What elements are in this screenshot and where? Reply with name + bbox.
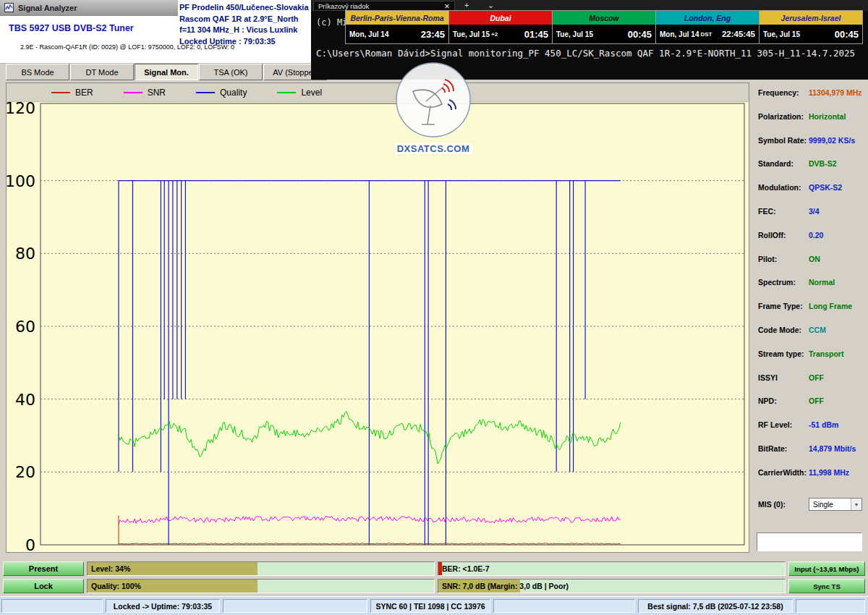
mis-value: Single (813, 501, 833, 509)
param-label: Modulation: (758, 183, 809, 207)
param-label: Frame Type: (758, 302, 809, 326)
param-row-code-mode: Code Mode:CCM (752, 326, 867, 349)
footer-sync-counters: SYNC 60 | TEI 1098 | CC 13976 (370, 599, 490, 613)
clock-date: Mon, Jul 14 (660, 30, 699, 38)
close-icon[interactable]: ✕ (444, 2, 450, 10)
footer-empty-cell (1, 599, 103, 613)
param-row-symbol-rate: Symbol Rate:9999,02 KS/s (752, 136, 867, 160)
param-label: ISSYI (758, 373, 809, 397)
clock-berlin-paris-vienna-roma: Berlin-Paris-Vienna-RomaMon, Jul 1423:45 (345, 10, 449, 44)
mis-select[interactable]: Single ▼ (809, 498, 862, 511)
clock-london-eng: London, EngMon, Jul 14DST22:45:45 (655, 10, 760, 44)
signal-chart-panel: BERSNRQualityLevel 020406080100120 (6, 82, 749, 553)
clock-time: 01:45 (524, 29, 548, 40)
clock-body: Tue, Jul 1500:45 (553, 25, 655, 43)
clock-dubai: DubaiTue, Jul 15+201:45 (448, 10, 553, 44)
svg-text:100: 100 (7, 172, 35, 190)
param-value: Long Frame (809, 302, 852, 326)
ber-progressbar: BER: <1.0E-7 (438, 561, 786, 576)
tab-tsa-ok[interactable]: TSA (OK) (199, 64, 263, 80)
footer-empty-cell (223, 599, 367, 613)
param-label: Polarization: (758, 112, 809, 136)
legend-label: SNR (148, 88, 166, 98)
param-row-bitrate: BitRate:14,879 Mbit/s (752, 444, 867, 468)
param-label: RF Level: (758, 420, 809, 444)
param-label: Symbol Rate: (758, 136, 809, 160)
param-label: Standard: (758, 159, 809, 183)
param-value: Horizontal (809, 112, 846, 136)
param-row-standard: Standard:DVB-S2 (752, 159, 867, 183)
signal-analyzer-window: Signal Analyzer TBS 5927 USB DVB-S2 Tune… (0, 0, 868, 615)
parameter-panel: Frequency:11304,979 MHzPolarization:Hori… (752, 82, 867, 553)
param-row-modulation: Modulation:QPSK-S2 (752, 183, 867, 207)
console-tab[interactable]: Príkazový riadok ✕ (313, 1, 455, 11)
legend-swatch (124, 92, 142, 93)
param-label: BitRate: (758, 444, 809, 468)
param-label: FEC: (758, 207, 809, 231)
param-row-rf-level: RF Level:-51 dBm (752, 420, 867, 444)
svg-text:0: 0 (25, 536, 35, 552)
clock-city: Dubai (449, 11, 552, 25)
sync-ts-indicator: Sync TS (788, 579, 865, 593)
param-value: Transport (809, 349, 843, 373)
param-value: -51 dBm (809, 420, 838, 444)
param-value: Normal (809, 278, 835, 302)
param-value: 3/4 (809, 207, 820, 231)
parameter-rows: Frequency:11304,979 MHzPolarization:Hori… (752, 88, 867, 492)
app-titlebar: Signal Analyzer (0, 0, 178, 16)
chevron-down-icon[interactable]: ⌄ (488, 0, 494, 11)
param-row-fec: FEC:3/4 (752, 207, 867, 231)
legend-item-snr: SNR (124, 88, 166, 98)
tab-signal-mon[interactable]: Signal Mon. (135, 64, 198, 80)
param-value: OFF (809, 373, 824, 397)
param-label: RollOff: (758, 231, 809, 255)
dxsatcs-logo-text: DXSATCS.COM (394, 143, 473, 154)
tuner-name: TBS 5927 USB DVB-S2 Tuner (9, 23, 134, 33)
dropdown-arrow-icon[interactable]: ▼ (851, 499, 861, 510)
clock-time: 23:45 (421, 29, 445, 40)
empty-listbox[interactable] (757, 533, 862, 551)
param-row-issyi: ISSYIOFF (752, 373, 867, 397)
console-tab-title: Príkazový riadok (318, 2, 369, 10)
param-value: CCM (809, 326, 826, 349)
clock-city: Moscow (553, 11, 655, 25)
site-info-line1: PF Prodelin 450/Lučenec-Slovakia (179, 2, 309, 14)
param-value: DVB-S2 (809, 159, 837, 183)
clock-jerusalem-israel: Jerusalem-IsraelTue, Jul 1500:45 (759, 10, 863, 44)
param-row-polarization: Polarization:Horizontal (752, 112, 867, 136)
dxsatcs-logo: DXSATCS.COM (393, 61, 474, 155)
legend-swatch (51, 92, 70, 93)
footer-empty-cell (493, 599, 635, 613)
console-partial-text: (c) Mi (316, 17, 347, 27)
clock-time: 00:45 (835, 29, 859, 40)
tab-bs-mode[interactable]: BS Mode (6, 64, 69, 80)
clock-body: Mon, Jul 14DST22:45:45 (656, 25, 759, 43)
input-indicator: Input (~13,91 Mbps) (788, 561, 865, 576)
console-command-line[interactable]: C:\Users\Roman Dávid>Signal monitoring_P… (316, 48, 855, 59)
clock-body: Tue, Jul 15+201:45 (449, 25, 552, 43)
level-label: Level: 34% (91, 564, 130, 573)
param-row-carrierwidth: CarrierWidth:11,998 MHz (752, 468, 867, 492)
clock-date: Mon, Jul 14 (349, 30, 388, 38)
legend-item-ber: BER (51, 88, 93, 98)
clock-body: Tue, Jul 1500:45 (760, 25, 862, 43)
legend-swatch (196, 92, 215, 93)
svg-text:80: 80 (15, 245, 35, 263)
param-row-pilot: Pilot:ON (752, 255, 867, 279)
footer-statusbar: Locked -> Uptime: 79:03:35 SYNC 60 | TEI… (0, 596, 868, 615)
clock-city: Berlin-Paris-Vienna-Roma (346, 11, 448, 25)
clock-badge: DST (700, 31, 712, 38)
param-value: 14,879 Mbit/s (809, 444, 856, 468)
tab-dt-mode[interactable]: DT Mode (70, 64, 134, 80)
site-info-line3: f=11 304 MHz_H : Vicus Luxlink (179, 25, 309, 36)
param-row-frequency: Frequency:11304,979 MHz (752, 88, 867, 112)
site-info: PF Prodelin 450/Lučenec-Slovakia Rascom … (179, 2, 309, 47)
tab-bar: BS ModeDT ModeSignal Mon.TSA (OK)AV (Sto… (6, 64, 327, 81)
new-tab-icon[interactable]: + (464, 0, 469, 11)
param-row-spectrum: Spectrum:Normal (752, 278, 867, 302)
param-value: 9999,02 KS/s (809, 136, 855, 160)
svg-text:40: 40 (15, 391, 35, 409)
param-label: Frequency: (758, 88, 809, 112)
snr-label: SNR: 7,0 dB (Margin: 3,0 dB | Poor) (442, 582, 569, 590)
param-row-rolloff: RollOff:0.20 (752, 231, 867, 255)
